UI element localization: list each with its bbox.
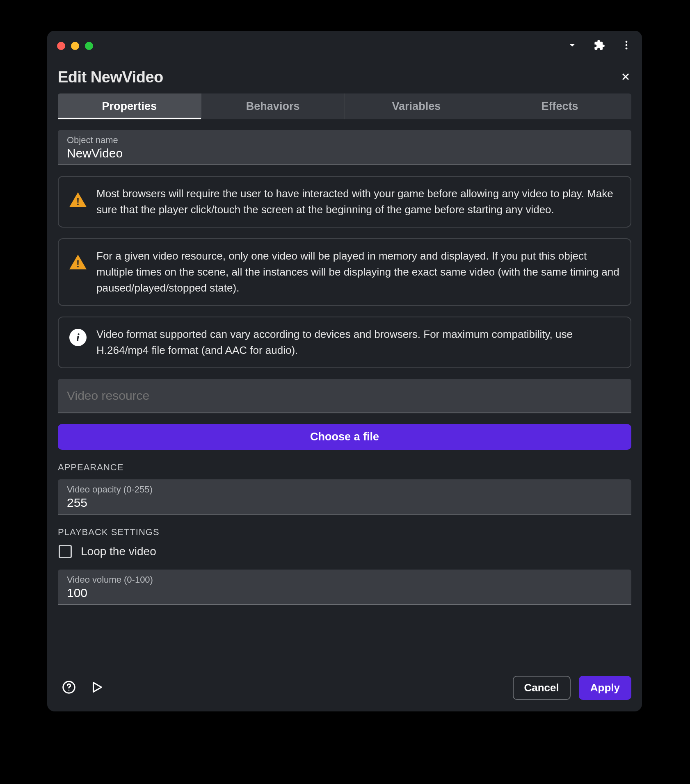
choose-file-button[interactable]: Choose a file — [58, 424, 631, 450]
window-controls — [57, 42, 93, 50]
dialog-footer: Cancel Apply — [47, 667, 642, 711]
tab-properties[interactable]: Properties — [58, 93, 201, 119]
extension-icon[interactable] — [594, 39, 605, 52]
warning-icon — [69, 192, 87, 207]
video-opacity-input[interactable] — [67, 496, 622, 510]
tab-bar: Properties Behaviors Variables Effects — [58, 93, 631, 119]
video-volume-label: Video volume (0-100) — [67, 574, 622, 585]
video-resource-field[interactable] — [58, 379, 631, 413]
object-name-label: Object name — [67, 135, 622, 146]
loop-checkbox[interactable] — [59, 545, 72, 558]
svg-point-0 — [626, 41, 628, 43]
svg-point-4 — [69, 689, 70, 691]
video-volume-input[interactable] — [67, 586, 622, 600]
object-name-input[interactable] — [67, 146, 622, 160]
loop-checkbox-label: Loop the video — [81, 545, 156, 558]
object-name-field[interactable]: Object name — [58, 130, 631, 165]
play-icon[interactable] — [90, 680, 104, 696]
titlebar — [47, 31, 642, 61]
dialog-header: Edit NewVideo — [47, 61, 642, 93]
dialog-title: Edit NewVideo — [58, 68, 163, 86]
apply-button[interactable]: Apply — [579, 676, 631, 700]
instance-warning-text: For a given video resource, only one vid… — [96, 248, 621, 296]
video-opacity-field[interactable]: Video opacity (0-255) — [58, 479, 631, 515]
more-icon[interactable] — [621, 39, 632, 52]
warning-icon — [69, 255, 87, 269]
loop-checkbox-row[interactable]: Loop the video — [58, 544, 631, 559]
svg-point-2 — [626, 48, 628, 50]
format-info-text: Video format supported can vary accordin… — [96, 326, 621, 358]
cancel-button[interactable]: Cancel — [513, 676, 571, 700]
window-close-button[interactable] — [57, 42, 65, 50]
chevron-down-icon[interactable] — [567, 39, 578, 52]
svg-point-1 — [626, 44, 628, 46]
close-icon[interactable] — [620, 71, 631, 84]
window-zoom-button[interactable] — [85, 42, 93, 50]
video-opacity-label: Video opacity (0-255) — [67, 484, 622, 495]
tab-behaviors[interactable]: Behaviors — [201, 93, 345, 119]
video-resource-input[interactable] — [67, 389, 622, 403]
dialog-window: Edit NewVideo Properties Behaviors Varia… — [47, 31, 642, 711]
dialog-content: Object name Most browsers will require t… — [47, 119, 642, 667]
browser-warning-callout: Most browsers will require the user to h… — [58, 176, 631, 228]
help-icon[interactable] — [62, 680, 76, 696]
tab-effects[interactable]: Effects — [488, 93, 631, 119]
video-volume-field[interactable]: Video volume (0-100) — [58, 570, 631, 605]
format-info-callout: i Video format supported can vary accord… — [58, 317, 631, 368]
window-minimize-button[interactable] — [71, 42, 79, 50]
tab-variables[interactable]: Variables — [345, 93, 489, 119]
info-icon: i — [69, 329, 87, 346]
browser-warning-text: Most browsers will require the user to h… — [96, 186, 621, 218]
playback-section-label: PLAYBACK SETTINGS — [58, 527, 631, 538]
appearance-section-label: APPEARANCE — [58, 462, 631, 473]
instance-warning-callout: For a given video resource, only one vid… — [58, 238, 631, 306]
